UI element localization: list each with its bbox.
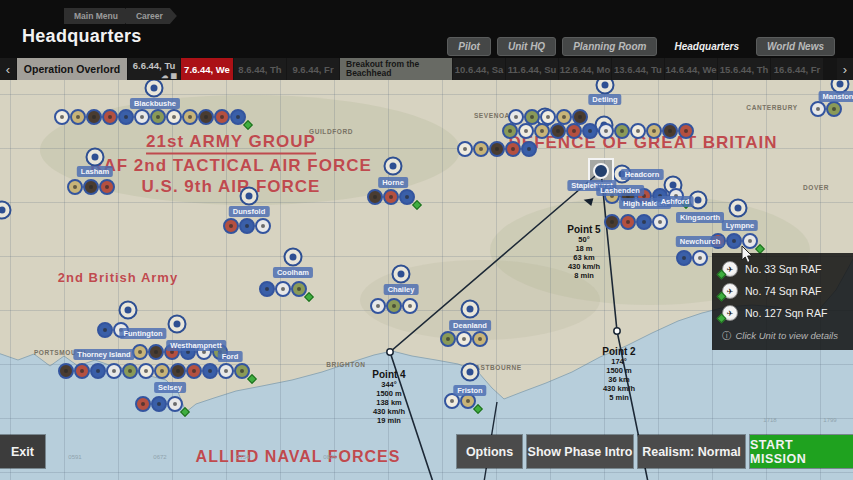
tooltip-unit-row[interactable]: ✈No. 127 Sqn RAF <box>722 305 845 321</box>
start-mission-button[interactable]: START MISSION <box>750 435 853 468</box>
tab-planning-room[interactable]: Planning Room <box>562 37 657 56</box>
airfield-label-selsey[interactable]: Selsey <box>154 382 186 393</box>
timeline-date-7-6-44-we[interactable]: 7.6.44, We <box>181 58 233 80</box>
airfield-label-funtington[interactable]: Funtington <box>119 328 166 339</box>
squadron-unit-icon[interactable] <box>54 109 70 125</box>
squadron-unit-icon[interactable] <box>255 218 271 234</box>
squadron-unit-icon[interactable] <box>170 363 186 379</box>
squadron-unit-icon[interactable] <box>367 189 383 205</box>
airfield-label-coolham[interactable]: Coolham <box>273 267 313 278</box>
squadron-unit-icon[interactable] <box>383 189 399 205</box>
squadron-unit-icon[interactable] <box>534 123 550 139</box>
airfield-roundel-icon[interactable] <box>384 157 403 176</box>
airfield-roundel-icon[interactable] <box>145 79 164 98</box>
squadron-unit-icon[interactable] <box>218 363 234 379</box>
airfield-roundel-icon[interactable] <box>729 199 748 218</box>
airfield-label-horne[interactable]: Horne <box>378 177 408 188</box>
airfield-label-lasham[interactable]: Lasham <box>77 166 113 177</box>
options-button[interactable]: Options <box>457 435 522 468</box>
squadron-unit-icon[interactable] <box>620 214 636 230</box>
timeline-date-10-6-44-sa[interactable]: 10.6.44, Sa <box>453 58 505 80</box>
timeline-date-14-6-44-we[interactable]: 14.6.44, We <box>665 58 717 80</box>
airfield-roundel-icon[interactable] <box>0 201 12 220</box>
timeline-phase-breakout-from-the-beachhead[interactable]: Breakout from the Beachhead <box>340 58 452 80</box>
airfield-label-ashford[interactable]: Ashford <box>657 196 694 207</box>
squadron-unit-icon[interactable] <box>86 109 102 125</box>
tab-headquarters[interactable]: Headquarters <box>663 37 749 56</box>
airfield-roundel-icon[interactable] <box>240 187 259 206</box>
airfield-label-headcorn[interactable]: Headcorn <box>621 169 664 180</box>
squadron-unit-icon[interactable] <box>202 363 218 379</box>
timeline-date-12-6-44-mo[interactable]: 12.6.44, Mo <box>559 58 611 80</box>
squadron-unit-icon[interactable] <box>505 141 521 157</box>
airfield-label-friston[interactable]: Friston <box>453 385 486 396</box>
squadron-unit-icon[interactable] <box>275 281 291 297</box>
squadron-unit-icon[interactable] <box>154 363 170 379</box>
airfield-roundel-icon[interactable] <box>461 363 480 382</box>
squadron-unit-icon[interactable] <box>74 363 90 379</box>
squadron-unit-icon[interactable] <box>83 179 99 195</box>
squadron-unit-icon[interactable] <box>134 109 150 125</box>
squadron-unit-icon[interactable] <box>826 101 842 117</box>
squadron-unit-icon[interactable] <box>676 250 692 266</box>
squadron-unit-icon[interactable] <box>138 363 154 379</box>
squadron-unit-icon[interactable] <box>151 396 167 412</box>
squadron-unit-icon[interactable] <box>678 123 694 139</box>
squadron-unit-icon[interactable] <box>182 109 198 125</box>
airfield-label-lympne[interactable]: Lympne <box>722 220 758 231</box>
squadron-unit-icon[interactable] <box>630 123 646 139</box>
squadron-unit-icon[interactable] <box>370 298 386 314</box>
tooltip-unit-row[interactable]: ✈No. 33 Sqn RAF <box>722 261 845 277</box>
squadron-unit-icon[interactable] <box>402 298 418 314</box>
timeline-date-8-6-44-th[interactable]: 8.6.44, Th <box>234 58 286 80</box>
squadron-unit-icon[interactable] <box>186 363 202 379</box>
airfield-roundel-icon[interactable] <box>284 248 303 267</box>
timeline-date-15-6-44-th[interactable]: 15.6.44, Th <box>718 58 770 80</box>
squadron-unit-icon[interactable] <box>614 123 630 139</box>
timeline-date-13-6-44-tu[interactable]: 13.6.44, Tu <box>612 58 664 80</box>
timeline-next-button[interactable]: › <box>837 58 853 80</box>
squadron-unit-icon[interactable] <box>223 218 239 234</box>
squadron-unit-icon[interactable] <box>646 123 662 139</box>
squadron-unit-icon[interactable] <box>473 141 489 157</box>
squadron-unit-icon[interactable] <box>106 363 122 379</box>
airfield-roundel-icon[interactable] <box>461 300 480 319</box>
realism-button[interactable]: Realism: Normal <box>638 435 745 468</box>
squadron-unit-icon[interactable] <box>810 101 826 117</box>
airfield-label-westhampnett[interactable]: Westhampnett <box>166 340 226 351</box>
airfield-label-deanland[interactable]: Deanland <box>449 320 491 331</box>
airfield-label-ford[interactable]: Ford <box>218 351 243 362</box>
squadron-unit-icon[interactable] <box>239 218 255 234</box>
airfield-roundel-icon[interactable] <box>168 315 187 334</box>
airfield-label-chailey[interactable]: Chailey <box>384 284 419 295</box>
airfield-label-newchurch[interactable]: Newchurch <box>676 236 724 247</box>
squadron-unit-icon[interactable] <box>70 109 86 125</box>
squadron-unit-icon[interactable] <box>550 123 566 139</box>
airfield-roundel-icon[interactable] <box>86 148 105 167</box>
squadron-unit-icon[interactable] <box>489 141 505 157</box>
map-canvas[interactable]: 21st ARMY GROUPRAF 2nd TACTICAL AIR FORC… <box>0 80 853 480</box>
squadron-unit-icon[interactable] <box>135 396 151 412</box>
timeline-phase-operation-overlord[interactable]: Operation Overlord <box>17 58 127 80</box>
squadron-unit-icon[interactable] <box>148 344 164 360</box>
breadcrumb-item-career[interactable]: Career <box>126 8 177 24</box>
tab-world-news[interactable]: World News <box>756 37 835 56</box>
squadron-unit-icon[interactable] <box>518 123 534 139</box>
squadron-unit-icon[interactable] <box>582 123 598 139</box>
airfield-label-detling[interactable]: Detling <box>588 94 621 105</box>
squadron-unit-icon[interactable] <box>97 322 113 338</box>
squadron-unit-icon[interactable] <box>662 123 678 139</box>
squadron-unit-icon[interactable] <box>636 214 652 230</box>
squadron-unit-icon[interactable] <box>726 233 742 249</box>
squadron-unit-icon[interactable] <box>150 109 166 125</box>
tab-pilot[interactable]: Pilot <box>447 37 491 56</box>
squadron-unit-icon[interactable] <box>566 123 582 139</box>
squadron-unit-icon[interactable] <box>102 109 118 125</box>
timeline-date-9-6-44-fr[interactable]: 9.6.44, Fr <box>287 58 339 80</box>
squadron-unit-icon[interactable] <box>604 214 620 230</box>
squadron-unit-icon[interactable] <box>472 331 488 347</box>
squadron-unit-icon[interactable] <box>521 141 537 157</box>
squadron-unit-icon[interactable] <box>166 109 182 125</box>
exit-button[interactable]: Exit <box>0 435 45 468</box>
squadron-unit-icon[interactable] <box>198 109 214 125</box>
